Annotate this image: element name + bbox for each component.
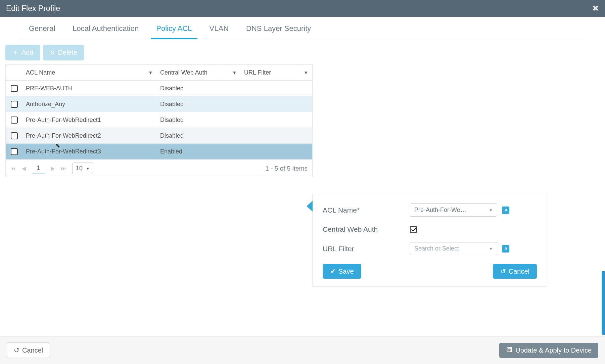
apply-button[interactable]: Update & Apply to Device [499,343,598,358]
cell-cwa: Disabled [157,117,241,124]
content-area: ＋ Add ✕ Delete ACL Name ▾ Central Web Au… [0,39,605,336]
plus-icon: ＋ [12,48,19,57]
page-indicator: 1 [32,163,45,174]
cancel-button[interactable]: ↺ Cancel [493,264,537,279]
undo-icon: ↺ [14,346,19,354]
chevron-down-icon: ▼ [489,246,493,251]
filter-icon[interactable]: ▾ [305,69,308,76]
tab-bar: General Local Authentication Policy ACL … [20,17,585,39]
close-icon[interactable]: ✖ [592,4,599,13]
edit-form: ACL Name* Pre-Auth-For-We… ▼ Central Web… [312,194,547,286]
save-button[interactable]: ✔ Save [323,264,361,279]
external-link-icon[interactable] [502,245,509,253]
filter-icon[interactable]: ▾ [149,69,152,76]
check-icon: ✔ [330,267,336,275]
filter-icon[interactable]: ▾ [233,69,236,76]
cell-cwa: Disabled [157,101,241,108]
dialog-title: Edit Flex Profile [6,4,60,13]
row-checkbox[interactable] [6,148,22,155]
dialog-titlebar: Edit Flex Profile ✖ [0,0,605,17]
table-row[interactable]: Pre-Auth-For-WebRedirect1Disabled [6,112,312,128]
x-icon: ✕ [50,49,55,57]
tab-general[interactable]: General [20,17,64,39]
grid-header: ACL Name ▾ Central Web Auth ▾ URL Filter… [6,65,312,81]
scrollbar-thumb[interactable] [602,271,605,335]
acl-name-select[interactable]: Pre-Auth-For-We… ▼ [410,203,497,217]
dialog-footer: ↺ Cancel Update & Apply to Device [0,336,605,364]
table-row[interactable]: PRE-WEB-AUTHDisabled [6,81,312,96]
cwa-label: Central Web Auth [323,225,410,233]
grid-toolbar: ＋ Add ✕ Delete [5,45,313,60]
chevron-down-icon: ▼ [489,208,493,213]
cell-cwa: Disabled [157,85,241,92]
cell-acl-name: Pre-Auth-For-WebRedirect3 [22,148,157,155]
url-filter-label: URL Filter [323,245,410,253]
form-actions: ✔ Save ↺ Cancel [323,264,537,279]
table-row[interactable]: Authorize_AnyDisabled [6,96,312,112]
row-checkbox[interactable] [6,132,22,139]
cwa-checkbox[interactable] [410,226,417,233]
acl-name-label: ACL Name* [323,206,410,214]
cell-acl-name: Authorize_Any [22,101,157,108]
svg-rect-2 [508,350,511,352]
chevron-down-icon: ▼ [86,167,90,171]
row-checkbox[interactable] [6,85,22,92]
header-cwa[interactable]: Central Web Auth ▾ [157,69,241,76]
delete-button[interactable]: ✕ Delete [43,45,84,60]
cell-acl-name: PRE-WEB-AUTH [22,85,157,92]
save-icon [506,346,513,355]
header-acl-name[interactable]: ACL Name ▾ [22,69,157,76]
page-last-icon[interactable]: ⏭ [61,166,66,172]
page-first-icon[interactable]: ⏮ [10,166,16,172]
add-button[interactable]: ＋ Add [5,45,40,60]
page-next-icon[interactable]: ▶ [51,165,55,172]
url-filter-select[interactable]: Search or Select ▼ [410,242,497,255]
pager-summary: 1 - 5 of 5 items [265,165,308,172]
cell-cwa: Disabled [157,132,241,139]
tab-vlan[interactable]: VLAN [201,17,237,39]
table-row[interactable]: Pre-Auth-For-WebRedirect2Disabled [6,128,312,144]
cell-acl-name: Pre-Auth-For-WebRedirect2 [22,132,157,139]
undo-icon: ↺ [500,267,506,275]
data-grid: ACL Name ▾ Central Web Auth ▾ URL Filter… [5,64,313,177]
row-checkbox[interactable] [6,117,22,124]
external-link-icon[interactable] [502,207,509,214]
footer-cancel-button[interactable]: ↺ Cancel [7,343,50,358]
tab-policy-acl[interactable]: Policy ACL [147,17,200,39]
grid-area: ＋ Add ✕ Delete ACL Name ▾ Central Web Au… [5,45,313,177]
cell-cwa: Enabled [157,148,241,155]
header-url[interactable]: URL Filter ▾ [241,69,312,76]
table-row[interactable]: Pre-Auth-For-WebRedirect3Enabled [6,144,312,160]
svg-rect-1 [508,347,511,349]
page-prev-icon[interactable]: ◀ [22,165,26,172]
cell-acl-name: Pre-Auth-For-WebRedirect1 [22,117,157,124]
tab-dns[interactable]: DNS Layer Security [237,17,320,39]
row-checkbox[interactable] [6,101,22,108]
page-size-select[interactable]: 10 ▼ [72,163,93,174]
grid-pager: ⏮ ◀ 1 ▶ ⏭ 10 ▼ 1 - 5 of 5 items [6,160,312,177]
tab-local-auth[interactable]: Local Authentication [64,17,147,39]
